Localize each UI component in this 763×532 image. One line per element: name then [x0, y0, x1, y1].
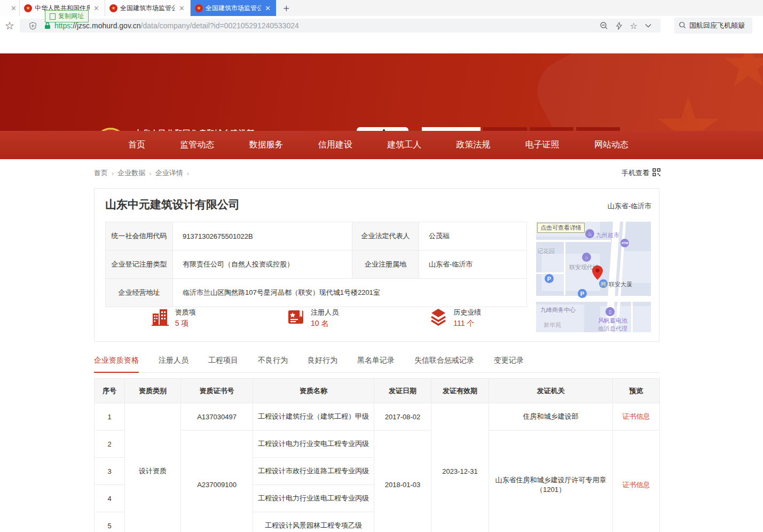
- seq-cell: 3: [95, 458, 125, 485]
- nav-item-2[interactable]: 数据服务: [249, 139, 284, 151]
- header-search-tab-1[interactable]: 从业人员: [483, 127, 527, 131]
- address-value: 临沂市兰山区陶然路107号星河晶都（联安）现代城1号楼2201室: [173, 279, 527, 307]
- url-path: /data/company/detail?id=0021052912405330…: [141, 21, 299, 30]
- qualification-row: 1设计资质A137030497工程设计建筑行业（建筑工程）甲级2017-08-0…: [95, 403, 660, 431]
- credit-code-label: 统一社会信用代码: [106, 222, 173, 251]
- cert-name-cell: 工程设计电力行业变电工程专业丙级: [253, 431, 374, 458]
- battery-poi-icon[interactable]: ▯: [605, 307, 615, 316]
- map-road: [631, 302, 633, 332]
- nav-item-4[interactable]: 建筑工人: [387, 139, 421, 151]
- qtable-header-5: 发证有效期: [431, 379, 489, 403]
- atm-poi-icon[interactable]: ATM: [620, 239, 629, 247]
- tab-label: 全国建筑市场监管公共服务平台: [120, 4, 175, 13]
- detail-tabs: 企业资质资格注册人员工程项目不良行为良好行为黑名单记录失信联合惩戒记录变更记录: [94, 356, 659, 373]
- nav-item-6[interactable]: 电子证照: [525, 139, 560, 151]
- detail-tab-4[interactable]: 良好行为: [308, 356, 337, 365]
- site-logo-block[interactable]: 中华人民共和国住房和城乡建设部 www.mohurd.gov.cn 全国建筑市场…: [94, 127, 348, 131]
- breadcrumb-separator: ›: [187, 169, 189, 177]
- modern-city-poi-icon[interactable]: ⌂: [582, 253, 591, 262]
- header-search-tab-2[interactable]: 建设项目: [530, 127, 573, 131]
- detail-tab-2[interactable]: 工程项目: [208, 356, 238, 365]
- certificate-info-link[interactable]: 证书信息: [623, 481, 650, 489]
- layers-icon: [429, 307, 448, 328]
- map-road: [536, 296, 651, 302]
- detail-tab-5[interactable]: 黑名单记录: [357, 356, 395, 365]
- detail-tab-0[interactable]: 企业资质资格: [94, 356, 139, 365]
- browser-tab-3-active[interactable]: ★ 全国建筑市场监管公共服务平台 ✕: [191, 0, 276, 16]
- qtable-header-0: 序号: [95, 379, 125, 403]
- main-nav: 首页监管动态数据服务信用建设建筑工人政策法规电子证照网站动态: [0, 131, 763, 159]
- mobile-view[interactable]: 手机查看: [622, 168, 660, 178]
- qtable-header-1: 资质类别: [125, 379, 181, 403]
- qr-mini-icon[interactable]: [652, 168, 660, 178]
- copy-url-tooltip: 复制网址: [45, 10, 89, 22]
- stat-label: 历史业绩: [453, 308, 481, 317]
- nav-item-5[interactable]: 政策法规: [456, 139, 490, 151]
- national-emblem-icon: [94, 127, 127, 131]
- nav-item-7[interactable]: 网站动态: [594, 139, 628, 151]
- location-pin-icon[interactable]: [592, 265, 603, 282]
- detail-tab-7[interactable]: 变更记录: [494, 356, 524, 365]
- page: 界 ✕ ★ 中华人民共和国住房和城乡建设 ✕ ★ 全国建筑市场监管公共服务平台 …: [0, 0, 763, 532]
- stat-value: 5 项: [175, 319, 196, 328]
- copy-icon: [50, 13, 56, 20]
- close-icon[interactable]: ✕: [92, 4, 100, 12]
- company-location-map[interactable]: 点击可查看详情 ♨ 九州超市 ATM 记花园 ⌂ 联安现代城 🏢 联安大厦 P …: [536, 222, 651, 332]
- chevron-down-icon[interactable]: [645, 24, 651, 28]
- map-label-tower: 联安大厦: [609, 280, 632, 288]
- close-icon[interactable]: ✕: [264, 4, 272, 12]
- copy-url-tooltip-text: 复制网址: [58, 12, 84, 21]
- stat-label: 注册人员: [311, 308, 339, 317]
- stat-value: 111 个: [453, 319, 481, 328]
- parking-icon[interactable]: P: [545, 274, 554, 283]
- category-cell: 设计资质: [125, 403, 181, 532]
- browser-tab-2[interactable]: ★ 全国建筑市场监管公共服务平台 ✕: [105, 0, 191, 16]
- browser-tab-0[interactable]: 界 ✕: [0, 0, 20, 16]
- parking-icon[interactable]: P: [578, 289, 587, 298]
- map-tooltip: 点击可查看详情: [537, 223, 585, 233]
- issue-date-cell: 2017-08-02: [374, 403, 431, 431]
- bookmark-star-icon[interactable]: ☆: [5, 19, 14, 32]
- detail-tab-6[interactable]: 失信联合惩戒记录: [414, 356, 474, 365]
- stat-registered-personnel[interactable]: 注册人员 10 名: [286, 307, 339, 328]
- url-field[interactable]: https://jzsc.mohurd.gov.cn/data/company/…: [20, 19, 660, 33]
- nav-item-0[interactable]: 首页: [128, 139, 145, 151]
- mobile-view-label: 手机查看: [622, 168, 649, 178]
- browser-address-bar: ☆ https://jzsc.mohurd.gov.cn/data/compan…: [0, 16, 763, 35]
- logo-texts: 中华人民共和国住房和城乡建设部 www.mohurd.gov.cn 全国建筑市场…: [135, 127, 348, 131]
- certificate-info-link[interactable]: 证书信息: [623, 412, 650, 420]
- breadcrumb-item-2[interactable]: 企业详情: [155, 168, 183, 178]
- shield-plus-icon[interactable]: [29, 22, 37, 30]
- supermarket-poi-icon[interactable]: ♨: [585, 229, 594, 238]
- nav-item-1[interactable]: 监管动态: [180, 139, 214, 151]
- url-domain: ://jzsc.mohurd.gov.cn: [70, 21, 140, 30]
- cert-name-cell: 工程设计建筑行业（建筑工程）甲级: [253, 403, 374, 431]
- qr-code: S: [357, 127, 408, 131]
- company-name: 山东中元建筑设计有限公司: [105, 197, 240, 212]
- detail-tab-3[interactable]: 不良行为: [258, 356, 288, 365]
- nav-item-3[interactable]: 信用建设: [318, 139, 352, 151]
- close-icon[interactable]: ✕: [10, 4, 18, 12]
- breadcrumb-item-1[interactable]: 企业数据: [117, 168, 145, 178]
- detail-tab-1[interactable]: 注册人员: [159, 356, 188, 365]
- close-icon[interactable]: ✕: [178, 4, 186, 12]
- info-row: 统一社会信用代码 91371302675501022B 企业法定代表人 公茂福: [106, 222, 527, 251]
- cert-name-cell: 工程设计市政行业道路工程专业丙级: [253, 458, 374, 485]
- stat-history-performance[interactable]: 历史业绩 111 个: [429, 307, 481, 328]
- stat-qualifications[interactable]: 资质项 5 项: [151, 307, 196, 328]
- seq-cell: 2: [95, 431, 125, 458]
- qualification-table-header-row: 序号资质类别资质证书号资质名称发证日期发证有效期发证机关预览: [95, 379, 660, 403]
- company-info-table: 统一社会信用代码 91371302675501022B 企业法定代表人 公茂福 …: [105, 222, 527, 307]
- map-road: [536, 240, 611, 242]
- url-scheme: https: [54, 21, 70, 30]
- star-icon[interactable]: ☆: [630, 21, 638, 31]
- header-search-tabs: 建设工程企业从业人员建设项目诚信记录: [422, 127, 660, 131]
- header-search-tab-0[interactable]: 建设工程企业: [422, 127, 481, 131]
- header-search-tab-3[interactable]: 诚信记录: [576, 127, 620, 131]
- flash-icon[interactable]: [616, 22, 623, 30]
- browser-search-box[interactable]: 国航回应飞机颠簸: [674, 18, 752, 34]
- new-tab-button[interactable]: ＋: [276, 0, 296, 16]
- breadcrumb-item-0[interactable]: 首页: [94, 168, 108, 178]
- zoom-out-icon[interactable]: [600, 21, 608, 30]
- building-icon: [151, 307, 170, 328]
